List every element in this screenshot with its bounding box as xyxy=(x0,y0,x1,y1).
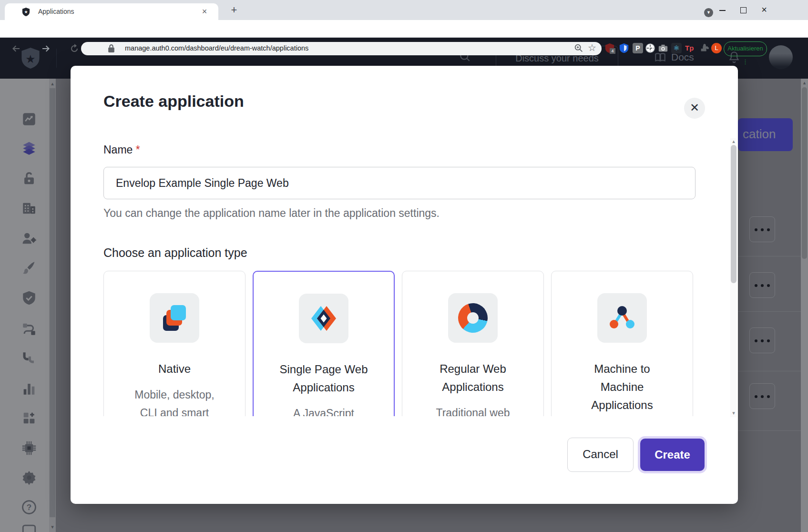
card-title-line: Native xyxy=(158,360,191,378)
zoom-icon[interactable] xyxy=(573,43,584,53)
tab-title: Applications xyxy=(38,8,74,15)
create-button[interactable]: Create xyxy=(640,439,705,471)
window-maximize-button[interactable] xyxy=(738,5,748,15)
card-desc-line: A JavaScript xyxy=(293,404,354,416)
required-asterisk: * xyxy=(136,143,140,156)
react-devtools-icon[interactable]: ⚛ xyxy=(671,43,682,53)
card-title: Native xyxy=(158,360,191,378)
card-title-line: Applications xyxy=(279,379,368,397)
scroll-down-icon[interactable]: ▾ xyxy=(730,410,737,416)
puzzle-icon[interactable] xyxy=(699,43,710,53)
card-title-line: Machine to xyxy=(591,360,653,378)
refresh-label: Aktualisieren xyxy=(727,45,763,52)
card-description: A JavaScript xyxy=(293,404,354,416)
spa-icon xyxy=(299,294,348,343)
auth0-favicon-icon: ★ xyxy=(22,8,30,16)
create-application-modal: Create application ✕ Name * You can chan… xyxy=(71,66,738,504)
browser-toolbar: manage.auth0.com/dashboard/eu/dream-watc… xyxy=(0,20,808,38)
name-help-text: You can change the application name late… xyxy=(103,207,440,220)
application-type-cards: Native Mobile, desktop,CLI and smart Sin… xyxy=(103,271,697,416)
bitwarden-icon[interactable] xyxy=(619,43,629,53)
camera-icon[interactable] xyxy=(658,43,668,53)
name-label-text: Name xyxy=(103,143,133,156)
modal-scrollbar[interactable]: ▴ ▾ xyxy=(730,138,737,417)
choose-type-label: Choose an application type xyxy=(103,246,247,260)
back-icon[interactable] xyxy=(10,43,22,54)
window-close-button[interactable]: × xyxy=(759,5,769,15)
screenshot-root: ★ Applications × + ▼ × manage.auth0.com/… xyxy=(0,0,808,532)
forward-icon[interactable] xyxy=(40,43,51,54)
modal-scroll-thumb[interactable] xyxy=(731,145,736,283)
app-type-card-spa[interactable]: Single Page WebApplications A JavaScript xyxy=(253,271,395,416)
p-extension-icon[interactable]: P xyxy=(633,43,643,53)
window-minimize-button[interactable] xyxy=(717,5,727,15)
browser-tab-applications[interactable]: ★ Applications × xyxy=(5,3,218,20)
new-tab-button[interactable]: + xyxy=(228,4,240,16)
kebab-icon: ⋮ xyxy=(742,58,748,65)
card-description: Traditional web xyxy=(436,404,510,416)
card-title-line: Applications xyxy=(591,396,653,414)
application-name-input[interactable] xyxy=(103,167,695,199)
profile-avatar[interactable]: L xyxy=(711,43,722,53)
card-desc-line: Mobile, desktop, xyxy=(134,386,214,404)
modal-close-button[interactable]: ✕ xyxy=(684,98,705,119)
card-title: Machine toMachineApplications xyxy=(591,360,653,414)
card-title-line: Single Page Web xyxy=(279,360,368,379)
cancel-button[interactable]: Cancel xyxy=(567,438,634,472)
refresh-extension-button[interactable]: Aktualisieren ⋮ xyxy=(724,41,767,56)
app-type-card-native[interactable]: Native Mobile, desktop,CLI and smart xyxy=(103,271,245,416)
bookmark-star-icon[interactable]: ☆ xyxy=(588,42,596,53)
card-desc-line: Traditional web xyxy=(436,404,510,416)
scroll-up-icon[interactable]: ▴ xyxy=(730,138,737,144)
browser-tab-strip: ★ Applications × + ▼ × xyxy=(0,0,808,20)
ublock-icon[interactable]: 4 xyxy=(604,43,615,53)
url-text[interactable]: manage.auth0.com/dashboard/eu/dream-watc… xyxy=(125,44,308,52)
card-title-line: Regular Web xyxy=(440,360,506,378)
card-title: Single Page WebApplications xyxy=(279,360,368,397)
regular-web-icon xyxy=(448,293,498,343)
card-description: Mobile, desktop,CLI and smart xyxy=(134,386,214,416)
native-icon xyxy=(150,293,199,343)
modal-title: Create application xyxy=(103,92,244,111)
card-title-line: Machine xyxy=(591,378,653,396)
card-title: Regular WebApplications xyxy=(440,360,506,396)
app-type-card-m2m[interactable]: Machine toMachineApplications xyxy=(551,271,693,416)
m2m-icon xyxy=(597,293,647,343)
crosshair-icon[interactable] xyxy=(645,43,655,53)
card-desc-line: CLI and smart xyxy=(134,404,214,416)
reload-icon[interactable] xyxy=(69,43,80,54)
tab-search-caret-icon[interactable]: ▼ xyxy=(704,8,713,17)
card-title-line: Applications xyxy=(440,378,506,396)
svg-text:★: ★ xyxy=(24,10,28,14)
app-type-card-regular-web[interactable]: Regular WebApplications Traditional web xyxy=(402,271,544,416)
tab-close-icon[interactable]: × xyxy=(199,6,210,17)
ublock-badge: 4 xyxy=(610,48,615,54)
https-lock-icon[interactable] xyxy=(108,44,115,53)
name-label: Name * xyxy=(103,143,140,156)
tampermonkey-icon[interactable]: Tp xyxy=(685,43,695,53)
